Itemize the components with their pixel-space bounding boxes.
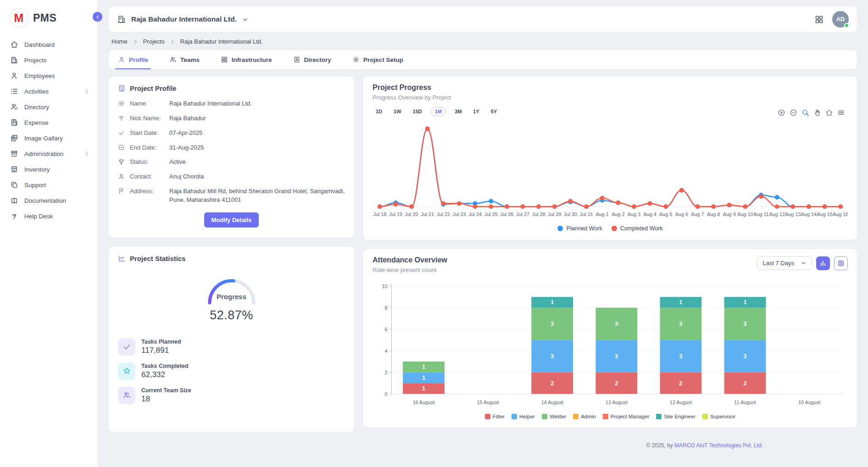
- company-link[interactable]: MARCO AIoT Technologies Pvt. Ltd.: [674, 442, 763, 449]
- legend-helper[interactable]: Helper: [512, 414, 535, 419]
- legend-project-manager[interactable]: Project Manager: [603, 414, 649, 419]
- sidebar-item-documentation[interactable]: Documentation: [0, 193, 97, 208]
- user-icon: [118, 56, 125, 63]
- svg-text:Aug 14: Aug 14: [801, 211, 817, 217]
- breadcrumb-home[interactable]: Home: [111, 38, 128, 45]
- chart-view-button[interactable]: [816, 256, 830, 270]
- sidebar-item-image-gallery[interactable]: Image Gallary: [0, 130, 97, 146]
- svg-text:Jul 26: Jul 26: [500, 211, 513, 217]
- svg-text:3: 3: [551, 353, 554, 360]
- sidebar-item-dashboard[interactable]: Dashboard: [0, 37, 97, 52]
- sidebar-nav: Dashboard Projects Employees Activities …: [0, 34, 97, 224]
- tab-profile[interactable]: Profile: [118, 50, 148, 69]
- attendance-overview-card: Attendance Overview Role-wise present co…: [363, 249, 857, 428]
- svg-text:1: 1: [551, 299, 554, 306]
- svg-text:Jul 30: Jul 30: [564, 211, 577, 217]
- legend-welder[interactable]: Welder: [542, 414, 566, 419]
- sidebar-item-projects[interactable]: Projects: [0, 52, 97, 68]
- footer: © 2025, by MARCO AIoT Technologies Pvt. …: [363, 442, 857, 449]
- legend-site-engineer[interactable]: Site Engineer: [656, 414, 696, 419]
- project-progress-line-chart[interactable]: Jul 18Jul 19Jul 20Jul 21Jul 22Jul 23Jul …: [373, 118, 848, 224]
- table-view-button[interactable]: [834, 256, 848, 270]
- legend-admin[interactable]: Admin: [573, 414, 596, 419]
- box-zoom-button[interactable]: [801, 109, 809, 117]
- list-icon: [10, 87, 18, 95]
- stat-current-team-size: Current Team Size 18: [118, 387, 345, 404]
- legend-completed-work[interactable]: Completed Work: [612, 225, 663, 232]
- range-3m[interactable]: 3M: [452, 107, 464, 116]
- main-content: Raja Bahadur International Ltd. AD Home …: [98, 0, 868, 451]
- sidebar-item-activities[interactable]: Activities: [0, 83, 97, 99]
- breadcrumb-projects[interactable]: Projects: [143, 38, 165, 45]
- svg-text:15 August: 15 August: [477, 400, 499, 405]
- online-status-dot: [844, 23, 849, 28]
- range-5y[interactable]: 5Y: [489, 107, 499, 116]
- range-1d[interactable]: 1D: [373, 107, 384, 116]
- sidebar-item-help-desk[interactable]: ? Help Desk: [0, 208, 97, 224]
- svg-text:Jul 22: Jul 22: [437, 211, 450, 217]
- legend-dot: [557, 226, 563, 231]
- range-1y[interactable]: 1Y: [471, 107, 481, 116]
- tab-directory[interactable]: Directory: [293, 50, 331, 69]
- chevron-right-icon: [84, 89, 90, 95]
- legend-swatch: [702, 414, 708, 419]
- app-logo[interactable]: M PMS: [0, 0, 97, 34]
- attendance-controls: Last 7 Days: [757, 256, 848, 270]
- legend-swatch: [573, 414, 579, 419]
- company-name: Raja Bahadur International Ltd.: [131, 15, 237, 23]
- sidebar-collapse-button[interactable]: [93, 12, 102, 22]
- question-icon: ?: [10, 212, 18, 220]
- svg-text:16 August: 16 August: [412, 400, 434, 405]
- modify-details-button[interactable]: Modify Details: [204, 212, 258, 228]
- company-selector[interactable]: Raja Bahadur International Ltd.: [117, 15, 249, 24]
- sidebar-item-support[interactable]: Support: [0, 177, 97, 193]
- tab-infrastructure[interactable]: Infrastructure: [221, 50, 272, 69]
- tab-project-setup[interactable]: Project Setup: [352, 50, 403, 69]
- range-15d[interactable]: 15D: [411, 107, 424, 116]
- reset-home-button[interactable]: [825, 109, 833, 117]
- svg-text:Aug 1: Aug 1: [596, 211, 609, 217]
- sidebar-item-expense[interactable]: Expense: [0, 115, 97, 130]
- svg-text:1: 1: [422, 374, 425, 381]
- svg-text:Jul 23: Jul 23: [453, 211, 466, 217]
- svg-text:1: 1: [743, 299, 746, 306]
- building-icon: [10, 56, 18, 64]
- tab-label: Directory: [304, 56, 331, 63]
- tab-teams[interactable]: Teams: [169, 50, 200, 69]
- svg-text:Jul 28: Jul 28: [532, 211, 545, 217]
- legend-planned-work[interactable]: Planned Work: [557, 225, 602, 232]
- sidebar-item-label: Projects: [24, 57, 47, 64]
- legend-swatch: [656, 414, 662, 419]
- svg-text:Jul 31: Jul 31: [580, 211, 593, 217]
- svg-text:2: 2: [743, 379, 746, 386]
- menu-button[interactable]: [837, 109, 845, 117]
- attendance-bar-chart[interactable]: 024681016 August11115 August14 August233…: [373, 280, 848, 412]
- svg-text:2: 2: [551, 379, 554, 386]
- svg-text:Aug 9: Aug 9: [723, 211, 736, 217]
- sidebar-item-employees[interactable]: Employees: [0, 68, 97, 83]
- svg-text:10 August: 10 August: [798, 400, 820, 405]
- range-1m[interactable]: 1M: [431, 107, 445, 116]
- svg-text:14 August: 14 August: [541, 400, 563, 405]
- svg-text:Aug 2: Aug 2: [612, 211, 624, 217]
- zoom-in-icon: [778, 109, 785, 117]
- sidebar-item-label: Expense: [24, 119, 49, 126]
- user-avatar[interactable]: AD: [832, 11, 849, 28]
- zoom-in-button[interactable]: [778, 109, 785, 117]
- legend-fitter[interactable]: Fitter: [485, 414, 505, 419]
- svg-text:3: 3: [679, 320, 682, 327]
- sidebar-item-administration[interactable]: Administration: [0, 146, 97, 161]
- legend-supervisor[interactable]: Supervisor: [702, 414, 735, 419]
- apps-grid-button[interactable]: [814, 15, 824, 24]
- receipt-icon: [10, 118, 18, 127]
- zoom-out-button[interactable]: [790, 109, 797, 117]
- pan-button[interactable]: [813, 109, 821, 117]
- sidebar-item-inventory[interactable]: Inventory: [0, 161, 97, 177]
- chart-subtitle: Progress Overview by Project: [373, 94, 848, 101]
- attendance-range-select[interactable]: Last 7 Days: [757, 256, 812, 270]
- sidebar-item-directory[interactable]: Directory: [0, 99, 97, 115]
- building-icon: [117, 15, 126, 24]
- svg-text:Jul 21: Jul 21: [421, 211, 434, 217]
- range-1w[interactable]: 1W: [391, 107, 404, 116]
- svg-text:Jul 25: Jul 25: [484, 211, 498, 217]
